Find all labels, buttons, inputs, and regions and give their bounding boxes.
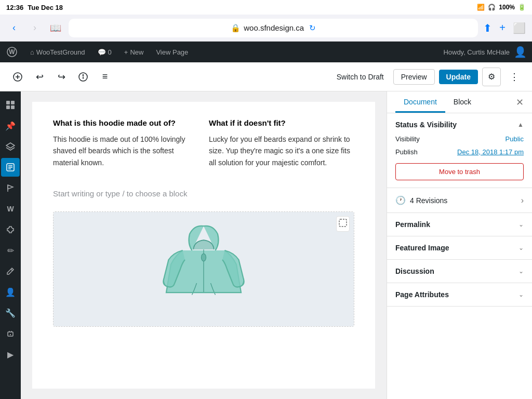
wifi-icon: 📶 (477, 4, 485, 11)
faq-item-1: What is this hoodie made out of? This ho… (53, 117, 198, 168)
undo-button[interactable]: ↩ (30, 68, 49, 86)
page-attributes-chevron-icon: ⌄ (518, 291, 524, 298)
wp-admin-bar: W ⌂ WooTestGround 💬 0 + New View Page Ho… (0, 42, 532, 62)
page-attributes-header[interactable]: Page Attributes ⌄ (395, 290, 524, 299)
sidebar-item-pen2[interactable] (1, 262, 20, 281)
sidebar-item-user[interactable]: 👤 (1, 283, 20, 301)
svg-rect-8 (6, 101, 10, 104)
site-name-link[interactable]: ⌂ WooTestGround (24, 42, 91, 62)
svg-rect-24 (339, 219, 347, 227)
lock-icon: 🔒 (231, 23, 241, 33)
howdy-text: Howdy, Curtis McHale (443, 48, 510, 56)
site-name-text: WooTestGround (36, 48, 85, 56)
svg-text:W: W (9, 48, 15, 56)
status-chevron-icon: ▲ (517, 121, 524, 128)
tabs-button[interactable]: ⬜ (513, 22, 526, 34)
time: 12:36 (6, 4, 23, 11)
sidebar-item-pin[interactable]: 📌 (1, 116, 20, 135)
panel-close-button[interactable]: ✕ (516, 97, 524, 108)
featured-image-chevron-icon: ⌄ (518, 244, 524, 251)
comments-count: 0 (108, 48, 112, 56)
sidebar-item-media[interactable]: ▶ (1, 345, 20, 364)
svg-line-18 (11, 269, 12, 271)
more-options-button[interactable]: ⋮ (505, 68, 524, 86)
browser-bar: ‹ › 📖 🔒 woo.sfndesign.ca ↻ ⬆ + ⬜ (0, 15, 532, 42)
list-view-button[interactable]: ≡ (96, 68, 114, 86)
sidebar-item-pencil[interactable]: ✏ (1, 241, 20, 260)
status-bar: 12:36 Tue Dec 18 📶 🎧 100% 🔋 (0, 0, 532, 15)
redo-button[interactable]: ↪ (52, 68, 71, 86)
tab-document[interactable]: Document (395, 91, 445, 113)
wp-logo-button[interactable]: W (0, 42, 24, 62)
discussion-header[interactable]: Discussion ⌄ (395, 267, 524, 275)
editor-canvas[interactable]: What is this hoodie made out of? This ho… (32, 102, 375, 389)
publish-label: Publish (395, 148, 418, 156)
tab-block[interactable]: Block (445, 91, 480, 113)
date: Tue Dec 18 (28, 4, 63, 11)
faq-block: What is this hoodie made out of? This ho… (53, 117, 354, 168)
switch-to-draft-button[interactable]: Switch to Draft (331, 70, 389, 84)
svg-point-7 (83, 74, 84, 75)
new-content-link[interactable]: + New (118, 42, 150, 62)
svg-rect-9 (11, 101, 15, 104)
featured-image-title: Featured Image (395, 244, 449, 252)
add-block-button[interactable] (8, 68, 27, 86)
comment-icon: 💬 (98, 48, 106, 56)
sidebar-item-plugins[interactable] (1, 324, 20, 343)
discussion-chevron-icon: ⌄ (518, 268, 524, 275)
sidebar-item-flag[interactable] (1, 179, 20, 197)
discussion-section: Discussion ⌄ (387, 260, 532, 283)
page-attributes-title: Page Attributes (395, 290, 449, 299)
settings-gear-button[interactable]: ⚙ (482, 68, 501, 86)
hoodie-image (54, 212, 354, 326)
forward-button[interactable]: › (27, 20, 43, 36)
publish-date[interactable]: Dec 18, 2018 1:17 pm (457, 148, 524, 156)
wp-sidebar: 📌 W ✏ (0, 91, 21, 399)
visibility-value[interactable]: Public (506, 135, 524, 143)
faq-item-2: What if it doesn't fit? Lucky for you el… (209, 117, 354, 168)
move-to-trash-button[interactable]: Move to trash (395, 163, 524, 180)
image-block[interactable] (53, 211, 354, 327)
revisions-icon: 🕐 (395, 195, 406, 205)
block-placeholder[interactable]: Start writing or type / to choose a bloc… (53, 184, 354, 203)
preview-button[interactable]: Preview (393, 69, 435, 85)
status-visibility-section: Status & Visibility ▲ Visibility Public … (387, 113, 532, 188)
add-tab-button[interactable]: + (499, 22, 506, 34)
sidebar-item-woo[interactable]: W (1, 200, 20, 218)
bookmarks-button[interactable]: 📖 (48, 20, 63, 36)
permalink-header[interactable]: Permalink ⌄ (395, 220, 524, 229)
editor-content: What is this hoodie made out of? This ho… (21, 91, 387, 399)
discussion-title: Discussion (395, 267, 434, 275)
sidebar-item-puzzle[interactable] (1, 220, 20, 239)
sidebar-item-posts[interactable] (1, 158, 20, 177)
svg-point-26 (202, 254, 206, 261)
status-visibility-header[interactable]: Status & Visibility ▲ (395, 121, 524, 129)
status-visibility-title: Status & Visibility (395, 121, 457, 129)
svg-marker-12 (6, 143, 15, 148)
address-bar[interactable]: 🔒 woo.sfndesign.ca ↻ (69, 19, 478, 37)
permalink-title: Permalink (395, 220, 430, 229)
battery-label: 100% (499, 4, 515, 11)
faq-question-1: What is this hoodie made out of? (53, 117, 198, 128)
sidebar-item-layers[interactable] (1, 137, 20, 156)
view-page-link[interactable]: View Page (150, 42, 194, 62)
battery-icon: 🔋 (518, 4, 526, 11)
featured-image-section: Featured Image ⌄ (387, 236, 532, 260)
image-align-icon[interactable] (336, 216, 350, 232)
revisions-section[interactable]: 🕐 4 Revisions › (387, 188, 532, 213)
sidebar-item-dashboard[interactable] (1, 96, 20, 114)
info-button[interactable] (74, 68, 92, 86)
user-avatar: 👤 (514, 46, 527, 58)
reload-icon[interactable]: ↻ (309, 23, 316, 33)
share-button[interactable]: ⬆ (483, 22, 492, 34)
revisions-chevron-icon: › (521, 196, 524, 205)
svg-rect-10 (6, 105, 10, 109)
update-button[interactable]: Update (439, 70, 478, 84)
faq-question-2: What if it doesn't fit? (209, 117, 354, 128)
back-button[interactable]: ‹ (6, 20, 22, 36)
sidebar-item-tools[interactable]: 🔧 (1, 303, 20, 322)
svg-rect-11 (11, 105, 15, 109)
faq-answer-2: Lucky for you elf beards expand or shrin… (209, 134, 354, 168)
comments-link[interactable]: 💬 0 (91, 42, 118, 62)
featured-image-header[interactable]: Featured Image ⌄ (395, 244, 524, 252)
